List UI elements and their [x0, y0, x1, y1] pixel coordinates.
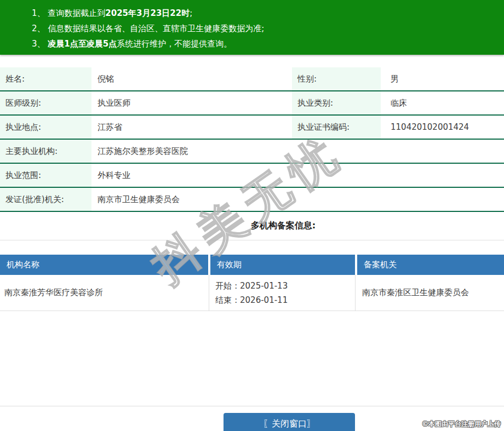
field-value-issuing-authority: 南京市卫生健康委员会 — [91, 188, 504, 211]
field-label-gender: 性别: — [292, 67, 381, 90]
notice-3-suffix: 系统进行维护，不能提供查询。 — [117, 39, 232, 49]
field-value-gender: 男 — [381, 67, 504, 90]
field-label-name: 姓名: — [0, 67, 91, 90]
filing-validity: 开始：2025-01-13 结束：2026-01-11 — [209, 275, 356, 311]
notice-2-text: 2、 信息数据结果以各省、自治区、直辖市卫生健康委数据为准; — [32, 24, 264, 33]
filing-section-heading: 多机构备案信息: — [0, 212, 504, 240]
filing-org-name: 南京秦淮芳华医疗美容诊所 — [0, 275, 209, 311]
notice-1-suffix: ; — [190, 8, 192, 18]
notice-line-2: 2、 信息数据结果以各省、自治区、直辖市卫生健康委数据为准; — [32, 21, 493, 36]
field-value-practice-location: 江苏省 — [91, 116, 292, 139]
field-value-name: 倪铭 — [91, 67, 292, 90]
notice-line-1: 1、 查询数据截止到2025年3月23日22时; — [32, 5, 493, 21]
table-row: 执业范围: 外科专业 — [0, 164, 504, 188]
table-row: 姓名: 倪铭 性别: 男 — [0, 67, 504, 91]
table-row: 医师级别: 执业医师 执业类别: 临床 — [0, 91, 504, 116]
field-value-practice-scope: 外科专业 — [91, 164, 504, 187]
column-header-filing-authority: 备案机关 — [357, 255, 504, 275]
notice-3-bold: 凌晨1点至凌晨5点 — [48, 39, 117, 49]
doctor-info-table: 姓名: 倪铭 性别: 男 医师级别: 执业医师 执业类别: 临床 执业地点: 江… — [0, 67, 504, 212]
filing-validity-end: 结束：2026-01-11 — [215, 293, 355, 307]
filing-table-header: 机构名称 有效期 备案机关 — [0, 255, 504, 275]
field-value-primary-institution: 江苏施尔美整形美容医院 — [91, 140, 504, 163]
filing-table: 机构名称 有效期 备案机关 南京秦淮芳华医疗美容诊所 开始：2025-01-13… — [0, 255, 504, 311]
field-label-primary-institution: 主要执业机构: — [0, 140, 91, 163]
field-value-doctor-level: 执业医师 — [91, 91, 292, 114]
field-label-issuing-authority: 发证(批准)机关: — [0, 188, 91, 211]
notice-1-text: 1、 查询数据截止到 — [32, 8, 105, 18]
close-window-button[interactable]: 〖关闭窗口〗 — [224, 413, 355, 431]
field-label-practice-scope: 执业范围: — [0, 164, 91, 187]
filing-section-title: 多机构备案信息: — [251, 220, 316, 232]
field-label-certificate-number: 执业证书编码: — [292, 116, 381, 139]
notice-1-bold: 2025年3月23日22时 — [105, 8, 190, 18]
table-row: 南京秦淮芳华医疗美容诊所 开始：2025-01-13 结束：2026-01-11… — [0, 275, 504, 311]
table-row: 执业地点: 江苏省 执业证书编码: 110420102001424 — [0, 116, 504, 140]
filing-validity-start: 开始：2025-01-13 — [215, 279, 355, 293]
footer: 〖关闭窗口〗 ©本图由平台注册用户上传 — [0, 406, 504, 431]
notice-banner: 1、 查询数据截止到2025年3月23日22时; 2、 信息数据结果以各省、自治… — [0, 0, 504, 55]
filing-authority: 南京市秦淮区卫生健康委员会 — [356, 275, 504, 311]
notice-line-3: 3、 凌晨1点至凌晨5点系统进行维护，不能提供查询。 — [32, 36, 493, 51]
table-row: 发证(批准)机关: 南京市卫生健康委员会 — [0, 188, 504, 212]
copyright-notice: ©本图由平台注册用户上传 — [422, 419, 501, 429]
field-label-practice-category: 执业类别: — [292, 91, 381, 114]
field-value-certificate-number: 110420102001424 — [381, 116, 504, 139]
notice-3-text: 3、 — [32, 39, 48, 49]
table-row: 主要执业机构: 江苏施尔美整形美容医院 — [0, 140, 504, 164]
field-label-practice-location: 执业地点: — [0, 116, 91, 139]
field-value-practice-category: 临床 — [381, 91, 504, 114]
field-label-doctor-level: 医师级别: — [0, 91, 91, 114]
column-header-org-name: 机构名称 — [0, 255, 208, 275]
column-header-validity: 有效期 — [210, 255, 355, 275]
